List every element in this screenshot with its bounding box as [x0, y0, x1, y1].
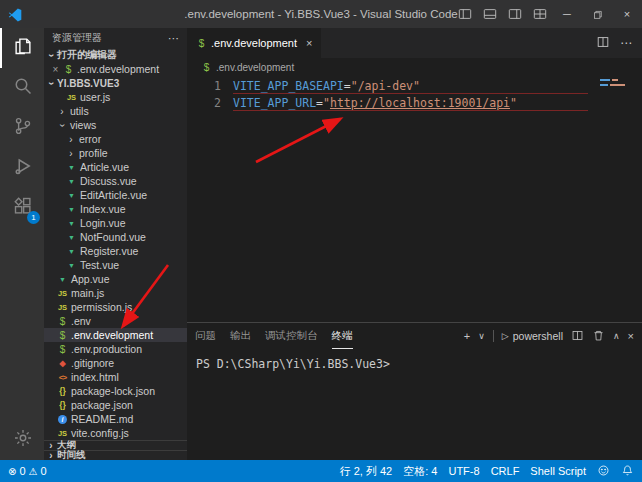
tree-item-index-html[interactable]: <>index.html — [44, 370, 187, 384]
warning-count: 0 — [40, 465, 46, 477]
json-file-icon: {} — [57, 400, 68, 410]
js-file-icon: JS — [57, 429, 68, 438]
tree-item-discuss-vue[interactable]: ▼Discuss.vue — [44, 174, 187, 188]
code-token: VITE_APP_BASEAPI — [233, 79, 344, 93]
tree-item-notfound-vue[interactable]: ▼NotFound.vue — [44, 230, 187, 244]
activity-source-control[interactable] — [0, 108, 44, 148]
breadcrumb[interactable]: $ .env.development — [187, 58, 642, 76]
tree-item-vite-config-js[interactable]: JSvite.config.js — [44, 426, 187, 440]
tree-item-label: Test.vue — [80, 259, 119, 271]
vue-file-icon: ▼ — [66, 220, 77, 227]
toggle-secondary-sidebar-button[interactable] — [502, 0, 527, 28]
panel-tab-debug-console[interactable]: 调试控制台 — [265, 323, 318, 349]
tab-env-development[interactable]: $ .env.development × — [187, 28, 321, 58]
shell-label: powershell — [513, 330, 563, 342]
project-section-header[interactable]: › YI.BBS.VUE3 — [44, 76, 187, 90]
file-tree: JSuser.js›utils›views›error›profile▼Arti… — [44, 90, 187, 440]
feedback-icon[interactable] — [597, 464, 610, 479]
tree-item-index-vue[interactable]: ▼Index.vue — [44, 202, 187, 216]
settings-gear-icon — [13, 428, 33, 452]
problems-indicator[interactable]: ⊗ 0 ⚠ 0 — [8, 465, 47, 477]
code-token: VITE_APP_URL — [233, 96, 316, 110]
panel-tab-problems[interactable]: 问题 — [195, 323, 216, 349]
tree-item--env-development[interactable]: $.env.development — [44, 328, 187, 342]
activity-extensions[interactable]: 1 — [0, 188, 44, 228]
json-file-icon: {} — [57, 386, 68, 396]
code-line-2[interactable]: 2VITE_APP_URL="http://localhost:19001/ap… — [187, 95, 642, 112]
activity-settings[interactable] — [0, 420, 44, 460]
tree-item-package-json[interactable]: {}package.json — [44, 398, 187, 412]
activity-explorer[interactable] — [0, 28, 44, 68]
tree-item--gitignore[interactable]: ◆.gitignore — [44, 356, 187, 370]
terminal-tab-powershell[interactable]: ▷ powershell — [502, 330, 563, 342]
code-token: "/api-dev" — [351, 79, 420, 93]
line-number: 2 — [187, 95, 233, 112]
tree-item-login-vue[interactable]: ▼Login.vue — [44, 216, 187, 230]
tree-item--env[interactable]: $.env — [44, 314, 187, 328]
terminal-dropdown-icon[interactable]: ∨ — [478, 331, 485, 341]
tree-item-editarticle-vue[interactable]: ▼EditArticle.vue — [44, 188, 187, 202]
vscode-logo-icon — [8, 7, 23, 22]
tab-close-icon[interactable]: × — [306, 37, 312, 49]
eol[interactable]: CRLF — [491, 465, 520, 477]
minimap[interactable] — [600, 79, 638, 86]
tree-item-package-lock-json[interactable]: {}package-lock.json — [44, 384, 187, 398]
kill-terminal-icon[interactable] — [592, 329, 605, 344]
breadcrumb-item: .env.development — [216, 62, 294, 73]
timeline-section-header[interactable]: › 时间线 — [44, 450, 187, 460]
split-editor-icon[interactable] — [596, 35, 610, 52]
tree-item-label: error — [79, 133, 101, 145]
customize-layout-button[interactable] — [527, 0, 552, 28]
vue-file-icon: ▼ — [66, 248, 77, 255]
more-actions-icon[interactable]: ⋯ — [620, 36, 632, 50]
open-editors-section-header[interactable]: › 打开的编辑器 — [44, 48, 187, 62]
vue-file-icon: ▼ — [66, 206, 77, 213]
tree-item-error[interactable]: ›error — [44, 132, 187, 146]
tree-item-readme-md[interactable]: iREADME.md — [44, 412, 187, 426]
close-icon[interactable]: × — [51, 64, 60, 75]
tree-item-app-vue[interactable]: ▼App.vue — [44, 272, 187, 286]
editor-code-area[interactable]: 1VITE_APP_BASEAPI="/api-dev"2VITE_APP_UR… — [187, 76, 642, 322]
more-actions-icon[interactable]: ⋯ — [168, 32, 179, 45]
new-terminal-icon[interactable]: + — [464, 330, 470, 342]
cursor-position[interactable]: 行 2, 列 42 — [340, 464, 393, 479]
maximize-button[interactable] — [582, 0, 612, 28]
tree-item-register-vue[interactable]: ▼Register.vue — [44, 244, 187, 258]
tree-item-user-js[interactable]: JSuser.js — [44, 90, 187, 104]
language-mode[interactable]: Shell Script — [530, 465, 586, 477]
tree-item-article-vue[interactable]: ▼Article.vue — [44, 160, 187, 174]
tree-item-permission-js[interactable]: JSpermission.js — [44, 300, 187, 314]
annotation-underline — [233, 110, 588, 111]
maximize-panel-icon[interactable]: ∧ — [613, 331, 620, 341]
tree-item-profile[interactable]: ›profile — [44, 146, 187, 160]
tree-item-views[interactable]: ›views — [44, 118, 187, 132]
tree-item-main-js[interactable]: JSmain.js — [44, 286, 187, 300]
editor-tab-bar: $ .env.development × ⋯ — [187, 28, 642, 58]
tree-item--env-production[interactable]: $.env.production — [44, 342, 187, 356]
extensions-badge: 1 — [27, 211, 40, 224]
tree-item-label: .env.production — [71, 343, 142, 355]
toggle-sidebar-button[interactable] — [452, 0, 477, 28]
activity-run-debug[interactable] — [0, 148, 44, 188]
tree-item-label: App.vue — [71, 273, 110, 285]
tree-item-utils[interactable]: ›utils — [44, 104, 187, 118]
toggle-panel-button[interactable] — [477, 0, 502, 28]
split-terminal-icon[interactable] — [571, 329, 584, 344]
tree-item-test-vue[interactable]: ▼Test.vue — [44, 258, 187, 272]
panel-tab-output[interactable]: 输出 — [230, 323, 251, 349]
tree-item-label: package.json — [71, 399, 133, 411]
activity-search[interactable] — [0, 68, 44, 108]
encoding[interactable]: UTF-8 — [448, 465, 479, 477]
notifications-bell-icon[interactable] — [621, 464, 634, 479]
terminal-output[interactable]: PS D:\CSharp\Yi\Yi.BBS.Vue3> — [187, 349, 642, 460]
minimize-button[interactable]: ─ — [552, 0, 582, 28]
close-window-button[interactable]: × — [612, 0, 642, 28]
chevron-down-icon: › — [46, 78, 57, 88]
tab-label: .env.development — [211, 37, 297, 49]
panel-tab-terminal[interactable]: 终端 — [332, 323, 353, 349]
open-editor-item-env-development[interactable]: × $ .env.development — [44, 62, 187, 76]
close-panel-icon[interactable]: × — [628, 330, 634, 342]
code-line-1[interactable]: 1VITE_APP_BASEAPI="/api-dev" — [187, 78, 642, 95]
indentation[interactable]: 空格: 4 — [403, 464, 437, 479]
tree-item-label: main.js — [71, 287, 104, 299]
